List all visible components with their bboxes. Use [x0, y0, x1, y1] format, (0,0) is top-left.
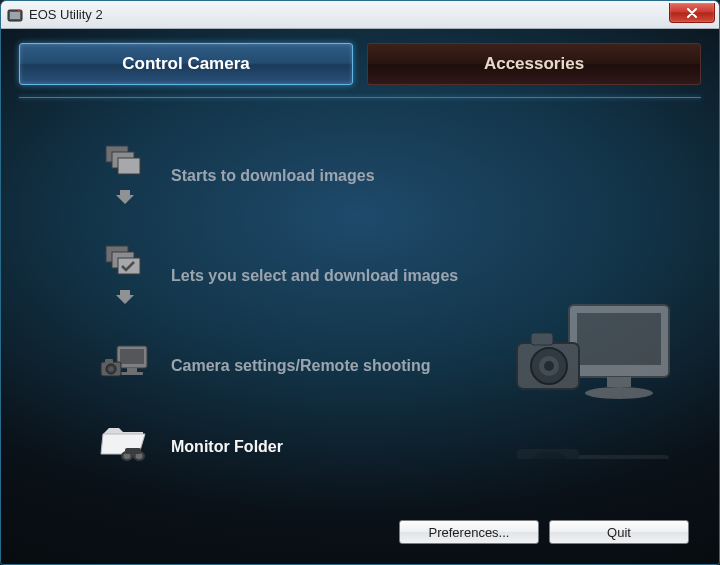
svg-rect-16	[105, 359, 113, 363]
svg-rect-1	[10, 12, 20, 19]
svg-rect-31	[569, 455, 669, 459]
camera-monitor-icon	[99, 344, 151, 388]
tab-label: Control Camera	[122, 54, 250, 74]
titlebar: EOS Utility 2	[1, 1, 719, 29]
preferences-button[interactable]: Preferences...	[399, 520, 539, 544]
app-icon	[7, 7, 23, 23]
down-arrow-icon	[116, 190, 134, 208]
tab-underline	[19, 97, 701, 98]
button-label: Quit	[607, 525, 631, 540]
tab-label: Accessories	[484, 54, 584, 74]
tab-accessories[interactable]: Accessories	[367, 43, 701, 85]
tab-bar: Control Camera Accessories	[19, 43, 701, 85]
button-label: Preferences...	[429, 525, 510, 540]
tab-control-camera[interactable]: Control Camera	[19, 43, 353, 85]
svg-rect-11	[127, 368, 137, 372]
svg-rect-27	[531, 333, 553, 345]
svg-rect-12	[121, 372, 143, 375]
menu-label: Camera settings/Remote shooting	[171, 357, 431, 375]
down-arrow-icon	[116, 290, 134, 308]
svg-rect-10	[120, 349, 144, 364]
menu-label: Monitor Folder	[171, 438, 283, 456]
svg-point-2	[18, 9, 20, 11]
content-area: Control Camera Accessories	[1, 29, 719, 564]
stacked-images-icon	[102, 144, 148, 184]
app-window: EOS Utility 2 Control Camera Accessories	[0, 0, 720, 565]
close-button[interactable]	[669, 3, 715, 23]
stacked-images-check-icon	[102, 244, 148, 284]
decorative-illustration	[509, 299, 679, 463]
close-icon	[686, 8, 698, 18]
svg-rect-21	[125, 448, 141, 454]
window-title: EOS Utility 2	[29, 7, 103, 22]
footer-buttons: Preferences... Quit	[19, 514, 701, 554]
svg-rect-24	[607, 377, 631, 387]
svg-point-30	[544, 361, 554, 371]
quit-button[interactable]: Quit	[549, 520, 689, 544]
menu-label: Lets you select and download images	[171, 267, 458, 285]
menu-item-download[interactable]: Starts to download images	[97, 144, 701, 208]
folder-binoculars-icon	[99, 424, 151, 470]
svg-point-25	[585, 387, 653, 399]
svg-rect-5	[118, 158, 140, 174]
svg-rect-23	[577, 313, 661, 365]
svg-point-15	[109, 367, 114, 372]
menu-label: Starts to download images	[171, 167, 375, 185]
